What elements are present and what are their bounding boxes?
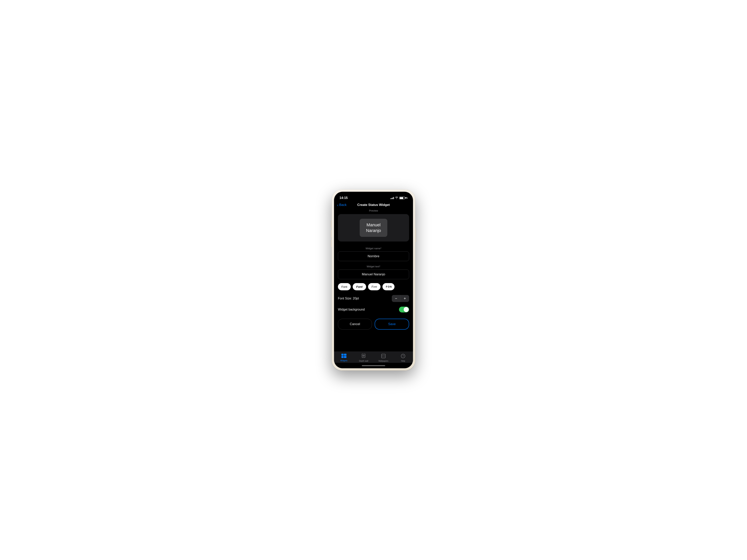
svg-rect-3: [344, 356, 346, 358]
font-selector: Font Font Font FON: [338, 283, 409, 290]
font-size-row: Font Size: 20pt − +: [338, 295, 409, 302]
svg-rect-2: [344, 354, 346, 356]
save-button[interactable]: Save: [375, 319, 409, 329]
svg-rect-1: [341, 356, 343, 358]
help-icon: ?: [401, 354, 405, 359]
back-chevron-icon: ‹: [337, 203, 338, 207]
font-option-2[interactable]: Font: [353, 283, 366, 290]
phone-frame: 14:15: [332, 189, 415, 371]
tab-widgets[interactable]: Widgets: [337, 354, 351, 362]
widget-background-toggle[interactable]: [399, 306, 409, 313]
font-size-increase-button[interactable]: +: [401, 295, 409, 302]
main-content: Preview ManuelNaranjo Widget name* Widge…: [334, 209, 413, 351]
tab-depth-wall-label: Depth wall: [359, 360, 368, 362]
preview-label: Preview: [338, 209, 409, 212]
signal-icon: [390, 197, 394, 199]
font-option-3[interactable]: Font: [368, 283, 381, 290]
widgets-icon: [341, 354, 346, 359]
depth-wall-icon: [361, 354, 366, 359]
status-icons: 76: [390, 196, 408, 199]
preview-widget: ManuelNaranjo: [360, 219, 387, 237]
font-size-decrease-button[interactable]: −: [392, 295, 400, 302]
status-time: 14:15: [339, 196, 347, 200]
tab-wallpapers-label: Wallpapers: [378, 360, 388, 362]
home-indicator: [334, 363, 413, 368]
battery-icon: 76: [400, 196, 408, 199]
toggle-thumb: [404, 307, 409, 312]
font-size-label: Font Size: 20pt: [338, 297, 359, 300]
dynamic-island: [362, 194, 385, 201]
widget-name-input[interactable]: [338, 251, 409, 261]
font-option-1[interactable]: Font: [338, 283, 351, 290]
nav-header: ‹ Back Create Status Widget: [334, 202, 413, 209]
font-option-4[interactable]: FON: [382, 283, 394, 290]
page-title: Create Status Widget: [357, 203, 390, 207]
back-button[interactable]: ‹ Back: [337, 203, 346, 207]
widget-text-input[interactable]: [338, 269, 409, 279]
svg-text:09:41: 09:41: [382, 355, 385, 356]
svg-rect-0: [341, 354, 343, 356]
cancel-button[interactable]: Cancel: [338, 319, 372, 329]
home-bar: [362, 365, 385, 366]
tab-bar: Widgets Depth wall 09:41: [334, 351, 413, 363]
tab-wallpapers[interactable]: 09:41 Wallpapers: [377, 354, 390, 362]
back-label: Back: [339, 203, 347, 207]
font-size-stepper: − +: [392, 295, 409, 302]
phone-screen: 14:15: [334, 192, 413, 368]
widget-name-label: Widget name*: [338, 247, 409, 250]
widget-background-label: Widget background: [338, 308, 365, 311]
preview-text: ManuelNaranjo: [366, 222, 381, 233]
widget-text-label: Widget text*: [338, 265, 409, 268]
tab-widgets-label: Widgets: [340, 359, 347, 362]
tab-depth-wall[interactable]: Depth wall: [357, 354, 370, 362]
widget-text-field-group: Widget text*: [338, 265, 409, 279]
action-buttons: Cancel Save: [338, 319, 409, 329]
widget-name-field-group: Widget name*: [338, 247, 409, 261]
widget-background-row: Widget background: [338, 306, 409, 313]
svg-text:?: ?: [403, 355, 404, 357]
preview-container: ManuelNaranjo: [338, 214, 409, 241]
tab-help-label: Help: [401, 360, 405, 362]
wallpapers-icon: 09:41: [381, 354, 386, 359]
wifi-icon: [395, 196, 398, 199]
svg-point-6: [363, 355, 364, 356]
tab-help[interactable]: ? Help: [396, 354, 410, 362]
